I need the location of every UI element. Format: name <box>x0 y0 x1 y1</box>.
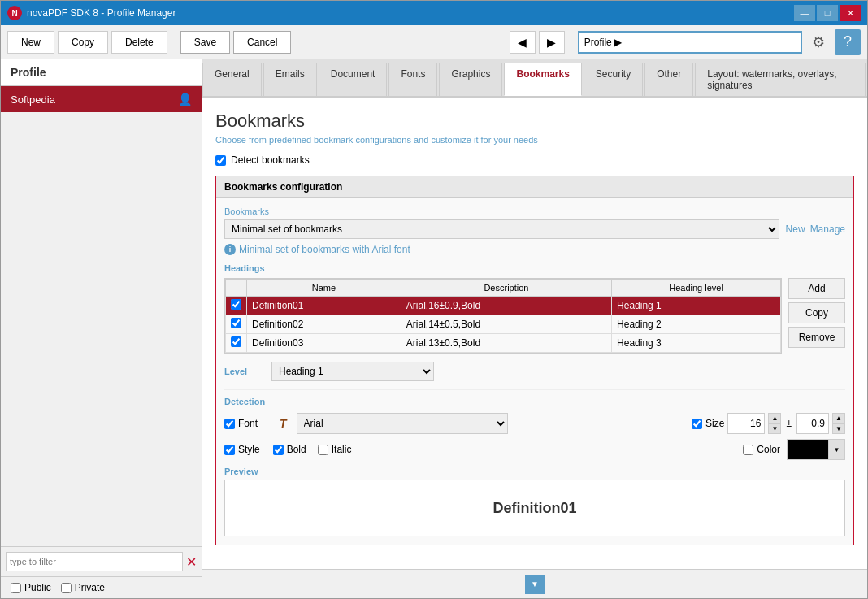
private-checkbox[interactable] <box>61 583 72 593</box>
bold-label: Bold <box>287 444 306 455</box>
bookmarks-section-label: Bookmarks <box>224 206 845 216</box>
bookmarks-select[interactable]: Minimal set of bookmarks <box>224 219 779 239</box>
preview-text: Definition01 <box>493 500 576 517</box>
style-row: Style Bold Italic <box>224 439 845 460</box>
size-up-button[interactable]: ▲ <box>768 413 781 423</box>
public-checkbox[interactable] <box>11 583 21 593</box>
color-dropdown-arrow[interactable]: ▼ <box>828 440 844 459</box>
color-label-wrap: Color <box>743 444 780 455</box>
tab-general[interactable]: General <box>202 63 262 96</box>
color-label-text: Color <box>757 444 780 455</box>
close-button[interactable]: ✕ <box>840 5 861 21</box>
page-title: Bookmarks <box>215 111 854 132</box>
italic-checkbox[interactable] <box>318 445 328 455</box>
size-checkbox[interactable] <box>692 419 702 429</box>
cancel-button[interactable]: Cancel <box>233 31 291 54</box>
bookmarks-info-text: Minimal set of bookmarks with Arial font <box>239 244 410 255</box>
row3-checkbox[interactable] <box>231 336 241 347</box>
color-swatch <box>788 440 828 459</box>
headings-table: Name Description Heading level <box>224 278 782 354</box>
private-checkbox-label[interactable]: Private <box>61 582 105 593</box>
color-swatch-wrap[interactable]: ▼ <box>787 439 845 460</box>
style-checkbox[interactable] <box>224 445 235 455</box>
italic-check-label[interactable]: Italic <box>318 444 352 455</box>
public-label: Public <box>24 582 51 593</box>
font-checkbox[interactable] <box>224 419 235 429</box>
bottom-bar: ▼ <box>202 569 867 598</box>
add-button[interactable]: Add <box>788 278 845 299</box>
font-check-label[interactable]: Font <box>224 418 273 429</box>
row2-checkbox[interactable] <box>231 318 241 328</box>
tab-bookmarks[interactable]: Bookmarks <box>504 63 581 96</box>
delete-button[interactable]: Delete <box>111 31 167 54</box>
tolerance-input[interactable] <box>796 413 829 434</box>
style-check-label[interactable]: Style <box>224 444 260 455</box>
scroll-down-arrow[interactable]: ▼ <box>525 575 545 594</box>
profile-input[interactable] <box>578 31 802 54</box>
col-name: Name <box>247 280 401 297</box>
filter-clear-icon[interactable]: ✕ <box>186 554 197 570</box>
settings-button[interactable]: ⚙ <box>805 29 831 55</box>
back-button[interactable]: ◀ <box>510 31 536 54</box>
public-checkbox-label[interactable]: Public <box>11 582 51 593</box>
copy-heading-button[interactable]: Copy <box>788 302 845 323</box>
bold-checkbox[interactable] <box>273 445 284 455</box>
forward-button[interactable]: ▶ <box>539 31 565 54</box>
tab-fonts[interactable]: Fonts <box>388 63 437 96</box>
sidebar: Profile Softpedia 👤 ✕ Public Private <box>1 59 202 598</box>
save-button[interactable]: Save <box>180 31 230 54</box>
preview-label: Preview <box>224 467 845 476</box>
detect-row: Detect bookmarks <box>215 154 854 166</box>
tab-graphics[interactable]: Graphics <box>439 63 502 96</box>
tab-other[interactable]: Other <box>644 63 693 96</box>
private-label: Private <box>75 582 105 593</box>
bold-check-label[interactable]: Bold <box>273 444 306 455</box>
color-checkbox[interactable] <box>743 445 753 455</box>
tab-emails[interactable]: Emails <box>263 63 317 96</box>
tab-security[interactable]: Security <box>584 63 643 96</box>
row3-level: Heading 3 <box>612 334 781 353</box>
tolerance-down-button[interactable]: ▼ <box>832 423 845 434</box>
tolerance-up-button[interactable]: ▲ <box>832 413 845 423</box>
size-wrap: Size ▲ ▼ ± <box>692 413 845 434</box>
window-title: novaPDF SDK 8 - Profile Manager <box>27 7 176 19</box>
tolerance-spinner: ▲ ▼ <box>832 413 845 434</box>
page-subtitle: Choose from predefined bookmark configur… <box>215 135 854 145</box>
size-down-button[interactable]: ▼ <box>768 423 781 434</box>
new-link[interactable]: New <box>786 224 805 235</box>
table-row[interactable]: Definition02 Arial,14±0.5,Bold Heading 2 <box>226 315 781 334</box>
remove-button[interactable]: Remove <box>788 327 845 348</box>
size-input[interactable] <box>727 413 765 434</box>
sidebar-item-softpedia[interactable]: Softpedia 👤 <box>1 86 202 112</box>
config-box-header: Bookmarks configuration <box>216 176 853 198</box>
detect-bookmarks-checkbox[interactable] <box>215 155 226 166</box>
table-row[interactable]: Definition01 Arial,16±0.9,Bold Heading 1 <box>226 297 781 315</box>
font-select[interactable]: Arial <box>297 413 508 434</box>
bookmarks-content: Bookmarks Choose from predefined bookmar… <box>202 98 867 569</box>
tab-layout[interactable]: Layout: watermarks, overlays, signatures <box>695 63 866 96</box>
toolbar: New Copy Delete Save Cancel ◀ ▶ ⚙ ? <box>1 25 867 59</box>
row2-description: Arial,14±0.5,Bold <box>401 315 611 334</box>
new-button[interactable]: New <box>7 31 54 54</box>
filter-input[interactable] <box>6 552 183 571</box>
tab-bar: General Emails Document Fonts Graphics B… <box>202 59 867 98</box>
restore-button[interactable]: □ <box>817 5 838 21</box>
table-row[interactable]: Definition03 Arial,13±0.5,Bold Heading 3 <box>226 334 781 353</box>
level-label: Level <box>224 367 265 376</box>
detection-label: Detection <box>224 397 845 406</box>
row1-checkbox[interactable] <box>231 299 241 310</box>
copy-button[interactable]: Copy <box>58 31 108 54</box>
manage-link[interactable]: Manage <box>810 224 845 235</box>
tab-document[interactable]: Document <box>319 63 388 96</box>
row3-name: Definition03 <box>247 334 401 353</box>
titlebar-controls: — □ ✕ <box>794 5 861 21</box>
help-button[interactable]: ? <box>835 29 861 55</box>
titlebar: N novaPDF SDK 8 - Profile Manager — □ ✕ <box>1 1 867 25</box>
minimize-button[interactable]: — <box>794 5 815 21</box>
sidebar-header: Profile <box>1 59 202 86</box>
row2-name: Definition02 <box>247 315 401 334</box>
detect-bookmarks-label: Detect bookmarks <box>231 154 310 166</box>
user-icon: 👤 <box>178 93 192 106</box>
level-select[interactable]: Heading 1 <box>271 362 434 381</box>
row1-level: Heading 1 <box>612 297 781 315</box>
